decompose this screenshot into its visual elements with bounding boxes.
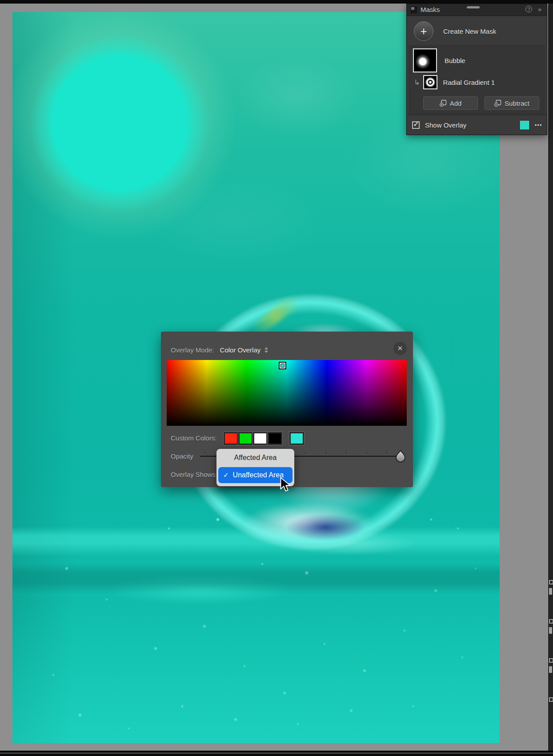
add-mask-icon: [440, 100, 447, 107]
color-picker-field[interactable]: [167, 360, 407, 426]
slider-tick: [366, 452, 367, 454]
dropdown-option-affected-area[interactable]: Affected Area: [216, 449, 294, 467]
opacity-slider-handle[interactable]: [395, 449, 406, 464]
mask-component-name: Radial Gradient 1: [443, 79, 495, 86]
slider-tick: [204, 452, 205, 454]
plus-icon[interactable]: +: [414, 21, 433, 41]
slider-tick: [346, 452, 346, 454]
color-picker-marker[interactable]: [279, 362, 286, 369]
slider-tick: [386, 452, 387, 454]
add-button-label: Add: [450, 100, 462, 107]
dropdown-option-label: Unaffected Area: [233, 471, 284, 479]
checkmark-icon: ✓: [223, 471, 229, 479]
close-icon[interactable]: ✕: [393, 342, 407, 355]
overlay-shows-dropdown: Affected Area ✓ Unaffected Area: [216, 449, 294, 486]
clipped-panel-glyph: [549, 658, 553, 663]
mask-component-radial-gradient[interactable]: ↳ Radial Gradient 1: [413, 75, 541, 89]
mask-list: Bubble ↳ Radial Gradient 1 Add: [409, 45, 545, 114]
slider-tick: [305, 452, 306, 454]
masks-panel-title: Masks: [421, 6, 440, 13]
clipped-panel-glyph: [549, 588, 552, 595]
mask-name: Bubble: [445, 57, 465, 64]
mask-component-thumbnail[interactable]: [423, 75, 437, 89]
marker-color: [281, 364, 285, 368]
show-overlay-label: Show Overlay: [425, 121, 520, 129]
subtract-button-label: Subtract: [505, 100, 529, 107]
lightroom-workspace: { "masks_panel": { "title": "Masks", "he…: [0, 0, 553, 756]
stepper-icon[interactable]: [264, 347, 268, 353]
clipped-panel-glyph: [549, 580, 553, 584]
masks-panel-header[interactable]: Masks ? »: [407, 4, 547, 16]
right-panel-edge: [548, 4, 553, 751]
masks-panel: Masks ? » + Create New Mask Bubble ↳ Rad…: [406, 4, 547, 135]
collapse-panel-icon[interactable]: »: [538, 5, 541, 13]
custom-color-swatch-white[interactable]: [253, 432, 268, 445]
add-button[interactable]: Add: [423, 96, 478, 110]
custom-color-swatch-red[interactable]: [224, 432, 238, 445]
more-options-icon[interactable]: •••: [535, 122, 542, 128]
subtract-mask-icon: [494, 100, 501, 107]
overlay-mode-select[interactable]: Color Overlay: [220, 346, 261, 354]
ice-shadow: [276, 511, 376, 544]
overlay-shows-label: Overlay Shows:: [171, 471, 217, 478]
custom-color-swatch-green[interactable]: [238, 432, 253, 445]
subtract-button[interactable]: Subtract: [485, 96, 539, 110]
window-top-bar: [0, 0, 553, 4]
sub-component-arrow-icon: ↳: [414, 78, 420, 87]
overlay-mode-label: Overlay Mode:: [171, 346, 214, 354]
create-new-mask-button[interactable]: + Create New Mask: [414, 20, 496, 42]
overlay-color-swatch[interactable]: [520, 120, 529, 130]
panel-drag-handle-icon[interactable]: [467, 6, 480, 8]
opacity-label: Opacity: [171, 452, 193, 460]
show-overlay-checkbox[interactable]: ✓: [412, 121, 420, 129]
window-bottom-bar: [0, 751, 553, 756]
active-color-swatch[interactable]: [289, 432, 304, 445]
clipped-panel-glyph: [549, 697, 553, 702]
clipped-panel-glyph: [549, 619, 553, 624]
show-overlay-row: ✓ Show Overlay •••: [412, 115, 542, 135]
clipped-panel-glyph: [549, 627, 552, 634]
mask-thumbnail[interactable]: [413, 48, 437, 72]
clipped-panel-glyph: [549, 666, 552, 673]
custom-color-swatch-black[interactable]: [268, 432, 282, 445]
create-new-mask-label: Create New Mask: [443, 28, 496, 35]
panel-icon: [411, 7, 417, 13]
custom-colors-label: Custom Colors:: [171, 434, 216, 442]
checkmark-icon: ✓: [413, 120, 419, 129]
help-icon[interactable]: ?: [525, 6, 532, 12]
dropdown-option-unaffected-area[interactable]: ✓ Unaffected Area: [218, 467, 293, 483]
mask-item-bubble[interactable]: Bubble: [413, 48, 541, 72]
slider-tick: [326, 452, 326, 454]
ice-speckles: [12, 12, 14, 14]
